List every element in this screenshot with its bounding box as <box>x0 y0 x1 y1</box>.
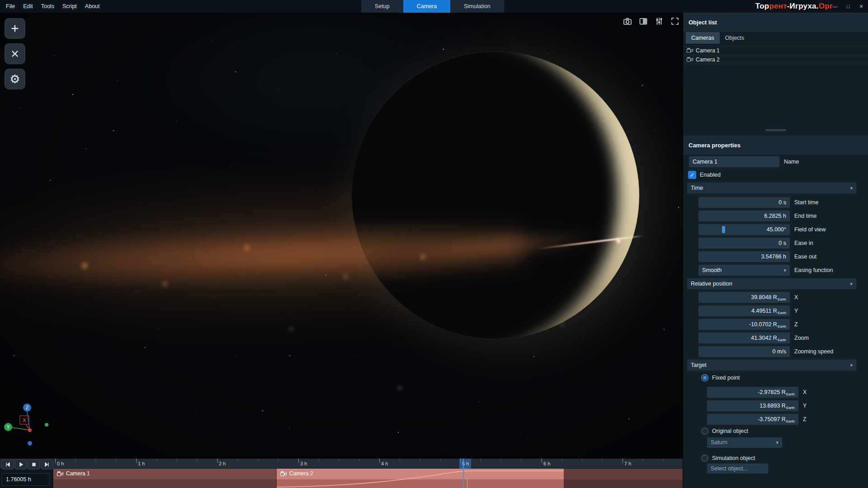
zoom-label: Zoom <box>794 335 809 341</box>
titlebar: File Edit Tools Script About Setup Camer… <box>0 0 868 13</box>
skip-end-button[interactable] <box>41 460 53 469</box>
bokeh-particle <box>420 254 425 259</box>
bokeh-particle <box>163 282 167 286</box>
fov-slider-handle[interactable] <box>722 226 725 233</box>
gear-icon: ⚙ <box>9 73 20 85</box>
right-panel: Object list Cameras Objects Camera 1 Cam… <box>683 13 868 488</box>
play-button[interactable] <box>15 460 27 469</box>
target-y-input[interactable]: 13.6893 REarth <box>707 400 798 411</box>
ease-out-input[interactable]: 3.54766 h <box>698 251 790 262</box>
close-tool-button[interactable] <box>5 43 25 64</box>
chevron-down-icon: ▾ <box>783 265 786 276</box>
relpos-y-input[interactable]: 4.49511 REarth <box>698 305 790 316</box>
enabled-checkbox[interactable]: ✓ <box>688 171 696 179</box>
section-time[interactable]: Time▾ <box>687 183 856 193</box>
add-icon <box>10 23 20 33</box>
ease-in-input[interactable]: 0 s <box>698 238 790 249</box>
relpos-z-input[interactable]: -10.0702 REarth <box>698 319 790 330</box>
easing-function-label: Easing function <box>794 267 833 273</box>
filter-sliders-icon[interactable] <box>654 16 664 26</box>
camera-name-input[interactable]: Camera 1 <box>689 156 779 167</box>
start-time-input[interactable]: 0 s <box>698 197 790 208</box>
easing-curve <box>53 469 683 488</box>
section-relative-position[interactable]: Relative position▾ <box>687 278 856 289</box>
list-item-camera-2[interactable]: Camera 2 <box>683 55 868 64</box>
ruler-label: 1 h <box>138 461 145 466</box>
playhead[interactable] <box>463 459 464 488</box>
menu-bar: File Edit Tools Script About <box>2 0 104 13</box>
clip-end-marker <box>467 479 467 488</box>
settings-button[interactable]: ⚙ <box>5 69 25 89</box>
bokeh-particle <box>289 327 293 331</box>
ruler-ticks <box>55 459 683 469</box>
ease-in-label: Ease in <box>794 240 813 246</box>
maximize-icon[interactable]: □ <box>845 4 851 9</box>
relpos-y-label: Y <box>794 308 798 314</box>
stop-button[interactable] <box>28 460 40 469</box>
timeline-tracks[interactable]: Camera 1 Camera 2 <box>0 469 683 488</box>
list-item-camera-1[interactable]: Camera 1 <box>683 46 868 55</box>
tab-simulation[interactable]: Simulation <box>450 0 504 13</box>
bokeh-particle <box>244 245 250 250</box>
original-object-radio[interactable] <box>701 427 708 435</box>
ruler-label: 3 h <box>300 461 307 466</box>
site-logo: Торрент-Игруха.Орг <box>755 2 833 11</box>
current-time-display[interactable]: 1.76005 h <box>2 473 50 486</box>
ruler-label: 0 h <box>57 461 64 466</box>
window-controls: — □ ✕ <box>832 0 864 13</box>
timeline: 0 h 1 h 2 h 3 h 4 h 5 h 6 h 7 h Camera 1… <box>0 458 683 488</box>
simulation-object-radio[interactable] <box>701 455 708 462</box>
fixed-point-radio[interactable] <box>701 374 708 381</box>
stop-icon <box>31 462 37 467</box>
target-z-input[interactable]: -3.75097 REarth <box>707 414 798 425</box>
tab-camera[interactable]: Camera <box>403 0 450 13</box>
zoom-input[interactable]: 41.3042 REarth <box>698 333 790 343</box>
close-icon[interactable]: ✕ <box>858 4 864 9</box>
relpos-x-input[interactable]: 39.8048 REarth <box>698 292 790 303</box>
field-of-view-input[interactable]: 45.000° <box>698 224 790 235</box>
add-button[interactable] <box>5 18 25 39</box>
layout-columns-icon[interactable] <box>638 16 648 26</box>
zooming-speed-label: Zooming speed <box>794 348 833 355</box>
menu-file[interactable]: File <box>2 0 19 13</box>
tab-setup[interactable]: Setup <box>361 0 403 13</box>
chevron-down-icon: ▾ <box>850 362 853 368</box>
minimize-icon[interactable]: — <box>832 4 838 9</box>
axis-z-label: Z <box>26 405 28 410</box>
viewport-toolbar <box>623 16 680 26</box>
screenshot-camera-icon[interactable] <box>623 16 632 26</box>
timeline-ruler[interactable]: 0 h 1 h 2 h 3 h 4 h 5 h 6 h 7 h <box>0 459 683 469</box>
select-object-button[interactable]: Select object... <box>707 464 768 474</box>
menu-script[interactable]: Script <box>58 0 81 13</box>
panel-splitter-handle[interactable] <box>765 129 786 131</box>
menu-about[interactable]: About <box>81 0 104 13</box>
name-label: Name <box>784 159 799 165</box>
menu-edit[interactable]: Edit <box>19 0 37 13</box>
original-object-dropdown[interactable]: Saturn▾ <box>707 437 782 448</box>
zooming-speed-input[interactable]: 0 m/s <box>698 346 790 357</box>
mode-tabs: Setup Camera Simulation <box>361 0 504 13</box>
camera-list: Camera 1 Camera 2 <box>683 46 868 64</box>
target-x-input[interactable]: -2.97825 REarth <box>707 387 798 398</box>
target-x-label: X <box>803 389 807 395</box>
tab-cameras[interactable]: Cameras <box>686 32 720 44</box>
camera-icon <box>687 57 693 62</box>
easing-function-dropdown[interactable]: Smooth▾ <box>698 265 790 276</box>
skip-start-button[interactable] <box>2 460 14 469</box>
end-time-label: End time <box>794 213 816 219</box>
menu-tools[interactable]: Tools <box>37 0 58 13</box>
space-viewport[interactable]: ⚙ Z Y X <box>0 13 683 458</box>
ruler-label: 2 h <box>219 461 226 466</box>
end-time-input[interactable]: 6.2825 h <box>698 211 790 221</box>
target-y-label: Y <box>803 403 807 409</box>
field-of-view-label: Field of view <box>794 226 826 233</box>
tab-objects[interactable]: Objects <box>720 32 750 44</box>
simulation-object-label: Simulation object <box>712 455 755 461</box>
section-target[interactable]: Target▾ <box>687 360 856 371</box>
chevron-down-icon: ▾ <box>850 185 853 191</box>
play-icon <box>18 462 24 467</box>
ruler-label: 6 h <box>543 461 550 466</box>
enabled-label: Enabled <box>700 172 721 178</box>
fullscreen-icon[interactable] <box>670 16 680 26</box>
axis-gizmo[interactable]: Z Y X <box>3 402 61 452</box>
